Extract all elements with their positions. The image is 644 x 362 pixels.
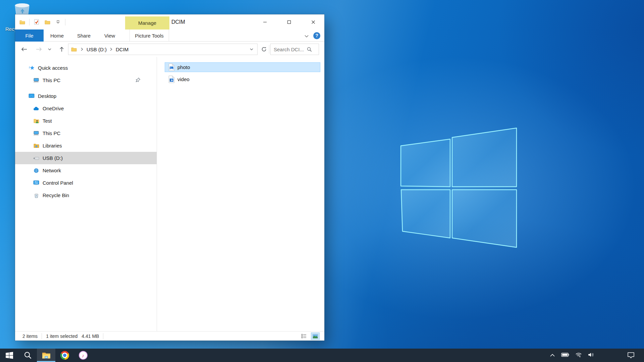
nav-item-label: Control Panel	[43, 180, 73, 186]
address-bar[interactable]: USB (D:) DCIM	[68, 44, 258, 55]
nav-item-this-pc-pinned[interactable]: This PC	[15, 74, 157, 86]
control-panel-icon	[33, 180, 39, 186]
file-name: video	[177, 76, 190, 82]
refresh-icon[interactable]	[259, 44, 269, 54]
selection-count: 1 item selected	[42, 334, 82, 339]
taskbar: ♪	[0, 349, 644, 362]
taskbar-search-button[interactable]	[18, 349, 37, 362]
nav-item-label: Recycle Bin	[43, 192, 69, 198]
nav-item-recycle-bin[interactable]: Recycle Bin	[15, 189, 157, 201]
taskbar-search-icon	[24, 351, 32, 359]
wifi-icon[interactable]	[575, 352, 582, 359]
breadcrumb-chevron-icon[interactable]	[108, 48, 114, 51]
recent-locations-icon[interactable]	[45, 44, 55, 54]
breadcrumb-chevron-icon[interactable]	[79, 48, 85, 51]
file-item-video[interactable]: video	[165, 74, 320, 84]
breadcrumb-drive[interactable]: USB (D:)	[85, 47, 108, 52]
properties-icon[interactable]	[33, 18, 40, 26]
minimize-button[interactable]	[257, 14, 273, 29]
video-file-icon	[168, 75, 175, 83]
new-folder-icon[interactable]	[44, 18, 51, 26]
usb-drive-icon	[33, 155, 39, 161]
nav-item-label: This PC	[43, 77, 60, 83]
quick-access-toolbar	[18, 14, 65, 29]
start-button[interactable]	[0, 349, 18, 362]
search-icon[interactable]	[307, 47, 312, 52]
onedrive-cloud-icon	[33, 106, 39, 112]
up-icon[interactable]	[57, 44, 67, 54]
customize-qat-icon[interactable]	[54, 18, 62, 26]
status-bar: 2 items 1 item selected 4.41 MB	[15, 331, 324, 341]
forward-icon[interactable]	[34, 44, 44, 54]
search-box[interactable]	[270, 44, 319, 55]
title-bar[interactable]: Manage DCIM	[15, 14, 324, 29]
nav-item-label: OneDrive	[43, 106, 64, 111]
explorer-window: Manage DCIM File Home Share View Picture…	[15, 14, 324, 341]
pin-icon	[136, 77, 141, 83]
qat-separator	[65, 19, 65, 25]
recycle-bin-icon	[33, 192, 39, 198]
nav-item-this-pc[interactable]: This PC	[15, 127, 157, 139]
start-icon	[5, 351, 13, 359]
nav-item-desktop[interactable]: Desktop	[15, 90, 157, 102]
address-folder-icon	[68, 47, 79, 52]
help-icon[interactable]: ?	[313, 32, 320, 39]
navigation-pane: Quick access This PC Desktop	[15, 57, 157, 331]
screen: Recycle Bin Manage	[0, 0, 644, 362]
action-center-icon	[627, 352, 635, 359]
breadcrumb-folder[interactable]: DCIM	[114, 47, 130, 52]
itunes-icon: ♪	[79, 351, 88, 360]
nav-item-onedrive[interactable]: OneDrive	[15, 102, 157, 115]
file-list: photo video	[157, 57, 324, 331]
close-button[interactable]	[306, 14, 321, 29]
taskbar-chrome-button[interactable]	[55, 349, 74, 362]
tab-view[interactable]: View	[99, 29, 120, 42]
image-file-icon	[168, 63, 175, 71]
taskbar-file-explorer-button[interactable]	[37, 349, 55, 362]
maximize-button[interactable]	[281, 14, 297, 29]
large-icons-view-icon[interactable]	[311, 333, 320, 340]
system-tray	[550, 349, 594, 362]
tab-picture-tools[interactable]: Picture Tools	[129, 29, 169, 42]
user-folder-icon	[33, 118, 39, 124]
status-separator	[103, 333, 103, 339]
nav-item-quick-access[interactable]: Quick access	[15, 62, 157, 74]
nav-item-network[interactable]: Network	[15, 164, 157, 177]
search-input[interactable]	[271, 47, 307, 52]
nav-item-label: Network	[43, 168, 61, 173]
battery-icon[interactable]	[561, 352, 569, 358]
nav-item-label: This PC	[43, 130, 60, 136]
tray-expand-icon[interactable]	[550, 352, 555, 358]
ribbon-tab-row: File Home Share View Picture Tools ?	[15, 29, 324, 42]
nav-item-test-user[interactable]: Test	[15, 115, 157, 127]
selection-size: 4.41 MB	[82, 334, 103, 339]
address-dropdown-icon[interactable]	[247, 44, 256, 55]
tab-share[interactable]: Share	[72, 29, 96, 42]
address-search-divider	[269, 45, 269, 54]
tab-file[interactable]: File	[15, 29, 44, 42]
quick-access-star-icon	[29, 65, 35, 71]
file-explorer-icon	[42, 352, 51, 359]
nav-item-label: Libraries	[43, 143, 62, 148]
libraries-icon	[33, 143, 39, 149]
window-title: DCIM	[171, 14, 185, 29]
network-icon	[33, 168, 39, 174]
tab-home[interactable]: Home	[46, 29, 68, 42]
qat-separator	[29, 19, 30, 25]
desktop-monitor-icon	[29, 93, 35, 99]
back-icon[interactable]	[19, 44, 29, 54]
this-pc-icon	[33, 77, 39, 83]
file-name: photo	[177, 64, 190, 70]
chrome-icon	[60, 351, 69, 360]
nav-item-usb-drive[interactable]: USB (D:)	[15, 152, 157, 164]
nav-item-label: Quick access	[38, 65, 68, 71]
taskbar-itunes-button[interactable]: ♪	[74, 349, 92, 362]
file-item-photo[interactable]: photo	[165, 62, 320, 72]
details-view-icon[interactable]	[300, 333, 308, 340]
volume-icon[interactable]	[588, 352, 594, 359]
nav-item-control-panel[interactable]: Control Panel	[15, 177, 157, 189]
collapse-ribbon-icon[interactable]	[305, 33, 309, 39]
manage-context-tab[interactable]: Manage	[125, 16, 169, 29]
action-center-button[interactable]	[627, 349, 635, 362]
nav-item-libraries[interactable]: Libraries	[15, 139, 157, 152]
